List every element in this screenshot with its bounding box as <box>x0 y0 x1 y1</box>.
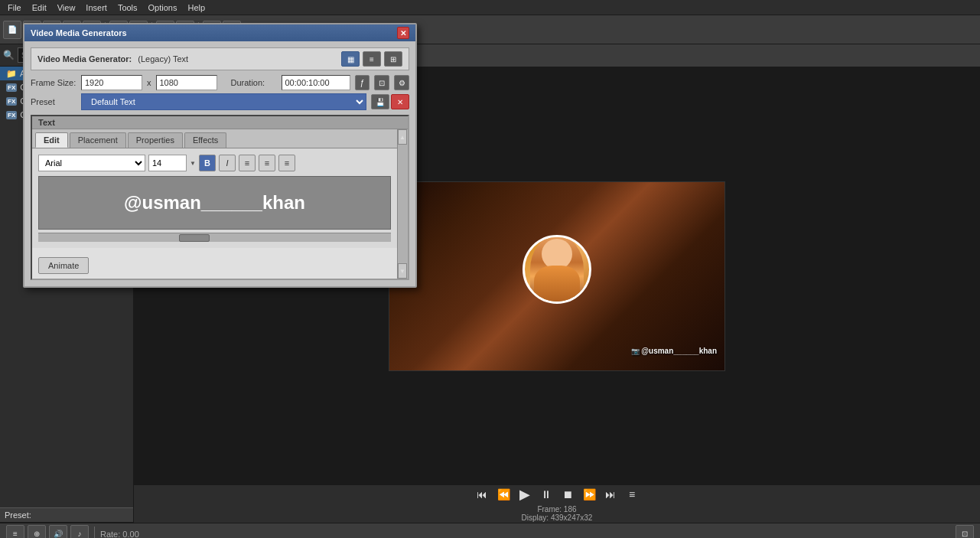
tl-btn1[interactable]: ≡ <box>6 525 24 539</box>
video-media-generators-dialog[interactable]: Video Media Generators ✕ Video Media Gen… <box>23 23 417 288</box>
tab-placement[interactable]: Placement <box>70 132 126 148</box>
generator-label: Video Media Generator: <box>37 54 132 64</box>
menu-edit[interactable]: Edit <box>28 2 51 14</box>
tl-btn4[interactable]: ♪ <box>70 525 89 539</box>
text-canvas: @usman______khan <box>38 176 391 230</box>
menu-help[interactable]: Help <box>183 2 210 14</box>
frame-display: Frame: 186 <box>522 505 593 514</box>
tl-btn5[interactable]: ⊡ <box>956 525 974 539</box>
rate-display: Rate: 0.00 <box>100 530 139 539</box>
frames-btn[interactable]: ⊡ <box>374 75 389 90</box>
menu-view[interactable]: View <box>53 2 80 14</box>
font-size-input[interactable] <box>148 155 187 171</box>
text-editor-area: Arial ▼ B I ≡ ≡ ≡ <box>32 148 397 248</box>
format-bar: Arial ▼ B I ≡ ≡ ≡ <box>38 155 391 171</box>
main-layout: 🔍 📁 All FX Checkerboard FX Color Gradien… <box>0 44 980 523</box>
tab-effects[interactable]: Effects <box>184 132 226 148</box>
preset-dropdown[interactable]: Default Text <box>81 93 366 110</box>
menu-options[interactable]: Options <box>144 2 182 14</box>
preset-bar: Preset: <box>0 507 133 523</box>
bottom-section: ≡ ⊕ 🔊 ♪ Rate: 0.00 ⊡ ≡ 1 + 🔇 S <box>0 523 980 538</box>
fx-badge: FX <box>6 83 17 92</box>
frame-width-input[interactable] <box>81 75 142 90</box>
menu-file[interactable]: File <box>3 2 26 14</box>
search-icon: 🔍 <box>3 50 15 60</box>
playback-controls: ⏮ ⏪ ▶ ⏸ ⏹ ⏩ ⏭ ≡ <box>474 487 640 502</box>
dialog-titlebar: Video Media Generators ✕ <box>24 24 415 41</box>
preset-save-btn[interactable]: 💾 <box>371 94 389 109</box>
frame-height-input[interactable] <box>156 75 217 90</box>
go-start-button[interactable]: ⏮ <box>474 487 490 502</box>
dialog-content: Video Media Generator: (Legacy) Text ▦ ≡… <box>24 41 415 286</box>
vmg-icon-btn-1[interactable]: ▦ <box>341 51 360 67</box>
folder-icon: 📁 <box>6 69 17 79</box>
preset-close-btn[interactable]: ✕ <box>391 94 409 109</box>
italic-button[interactable]: I <box>219 155 236 171</box>
display-info: Display: 439x247x32 <box>522 514 593 522</box>
pause-button[interactable]: ⏸ <box>539 487 554 502</box>
frame-size-row: Frame Size: x Duration: ƒ ⊡ ⚙ <box>31 75 409 90</box>
generator-value: (Legacy) Text <box>138 54 188 64</box>
playback-info: Frame: 186 Display: 439x247x32 <box>522 505 593 522</box>
preset-row-label: Preset <box>31 97 77 106</box>
duration-label: Duration: <box>231 78 277 87</box>
tab-edit[interactable]: Edit <box>35 132 68 148</box>
text-scrollbar-v[interactable]: ▲ ▼ <box>397 129 408 279</box>
next-frame-button[interactable]: ⏩ <box>581 487 597 502</box>
text-preview: @usman______khan <box>124 192 305 214</box>
align-right-button[interactable]: ≡ <box>278 155 295 171</box>
animate-button[interactable]: Animate <box>38 257 89 274</box>
playback-bar: ⏮ ⏪ ▶ ⏸ ⏹ ⏩ ⏭ ≡ Frame: 186 Display: 439x… <box>134 484 980 523</box>
dialog-header-bar: Video Media Generator: (Legacy) Text ▦ ≡… <box>31 47 409 70</box>
animate-btn-container: Animate <box>32 248 397 279</box>
bold-button[interactable]: B <box>199 155 216 171</box>
text-panel: Text Edit Placement Properties Effects <box>31 115 409 280</box>
vmg-icon-btn-2[interactable]: ≡ <box>363 51 381 67</box>
instagram-handle: 📷 @usman______khan <box>631 347 717 355</box>
duration-input[interactable] <box>282 75 350 90</box>
text-scrollbar-h[interactable] <box>38 233 391 242</box>
prev-frame-button[interactable]: ⏪ <box>496 487 511 502</box>
tab-properties[interactable]: Properties <box>128 132 183 148</box>
tl-btn3[interactable]: 🔊 <box>49 525 67 539</box>
calc-btn[interactable]: ƒ <box>355 75 370 90</box>
menu-bar: File Edit View Insert Tools Options Help <box>0 0 980 15</box>
timeline-toolbar: ≡ ⊕ 🔊 ♪ Rate: 0.00 ⊡ <box>0 523 980 538</box>
avatar <box>523 235 591 304</box>
stop-button[interactable]: ⏹ <box>560 487 575 502</box>
text-panel-header: Text <box>32 116 408 129</box>
preset-row: Preset Default Text 💾 ✕ <box>31 93 409 110</box>
tabs-row: Edit Placement Properties Effects <box>32 129 397 148</box>
video-preview: 📷 @usman______khan <box>389 181 725 371</box>
menu-tools[interactable]: Tools <box>113 2 142 14</box>
preset-label: Preset: <box>5 510 31 520</box>
fx-badge: FX <box>6 97 17 106</box>
sep-tl <box>94 527 95 539</box>
font-select[interactable]: Arial <box>38 155 145 171</box>
align-left-button[interactable]: ≡ <box>239 155 256 171</box>
x-separator: x <box>147 78 151 87</box>
go-end-button[interactable]: ⏭ <box>603 487 618 502</box>
loop-button[interactable]: ≡ <box>624 487 640 502</box>
tl-btn2[interactable]: ⊕ <box>28 525 46 539</box>
align-center-button[interactable]: ≡ <box>259 155 275 171</box>
new-button[interactable]: 📄 <box>3 21 21 39</box>
menu-insert[interactable]: Insert <box>81 2 112 14</box>
avatar-image <box>530 235 584 304</box>
dialog-close-button[interactable]: ✕ <box>397 27 409 39</box>
fx-badge: FX <box>6 111 17 119</box>
play-button[interactable]: ▶ <box>517 487 532 502</box>
chevron-down-size-icon: ▼ <box>190 160 196 167</box>
settings-btn[interactable]: ⚙ <box>394 75 409 90</box>
vmg-icon-btn-3[interactable]: ⊞ <box>384 51 402 67</box>
frame-size-label: Frame Size: <box>31 78 77 87</box>
dialog-title: Video Media Generators <box>31 28 127 37</box>
